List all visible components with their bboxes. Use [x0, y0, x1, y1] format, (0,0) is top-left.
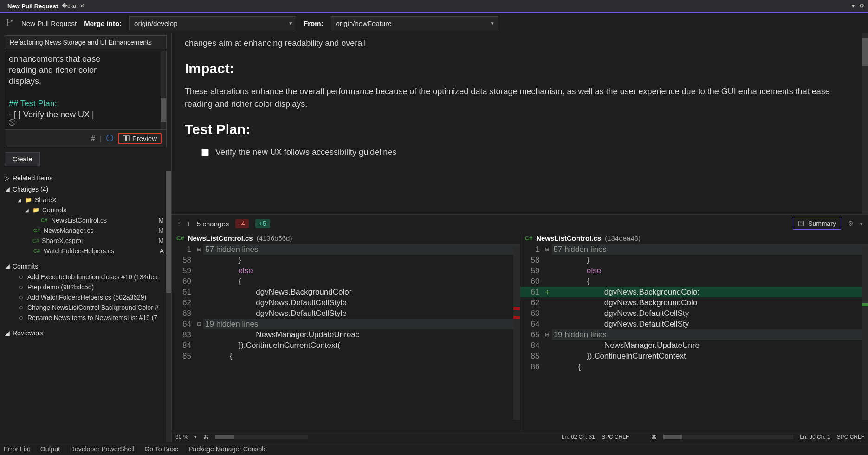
expand-icon[interactable]: ⊞ [194, 244, 203, 255]
create-button[interactable]: Create [5, 152, 40, 166]
merge-into-dropdown[interactable]: origin/develop ▼ [129, 16, 296, 30]
tree-file[interactable]: C#NewsListControl.csM [3, 215, 171, 225]
description-editor[interactable]: enhancements that ease reading and riche… [5, 51, 167, 130]
task-checkbox[interactable] [201, 149, 209, 156]
testplan-heading: Test Plan: [185, 119, 849, 140]
reviewers-section[interactable]: ◢Reviewers [3, 327, 171, 339]
code-line: 1⊞57 hidden lines [172, 244, 520, 255]
scrollbar[interactable] [862, 246, 868, 420]
tab-powershell[interactable]: Developer PowerShell [70, 445, 135, 453]
summary-icon [798, 220, 804, 227]
code-line: 60 { [520, 276, 868, 287]
preview-icon [123, 135, 130, 142]
tab-error-list[interactable]: Error List [4, 445, 30, 453]
gear-icon[interactable]: ⚙ [848, 219, 854, 228]
pr-toolbar: New Pull Request Merge into: origin/deve… [0, 13, 868, 33]
chevron-down-icon[interactable]: ▾ [852, 3, 855, 9]
csproj-icon: C# [32, 238, 39, 244]
scrollbar[interactable] [166, 171, 171, 442]
diff-pane-left: C# NewsListControl.cs (4136b56d) 1⊞57 hi… [172, 232, 520, 431]
prev-change-button[interactable]: ↑ [177, 220, 181, 227]
expand-icon[interactable]: ⊞ [194, 319, 203, 329]
commit-item[interactable]: Prep demo (982bdc5d) [3, 282, 171, 292]
close-icon[interactable]: ✕ [80, 3, 84, 9]
impact-heading: Impact: [185, 58, 849, 79]
code-line: 85 }).ContinueInCurrentContext [520, 351, 868, 361]
task-item: Verify the new UX follows accessibility … [185, 146, 849, 159]
commit-item[interactable]: Change NewsListControl Background Color … [3, 302, 171, 313]
tree-file[interactable]: C#ShareX.csprojM [3, 236, 171, 246]
tree-file[interactable]: C#NewsManager.csM [3, 225, 171, 236]
next-change-button[interactable]: ↓ [187, 220, 190, 227]
diff-statusbar: 90 % ▾ ⌘ Ln: 62 Ch: 31 SPC CRLF ⌘ Ln: 60… [172, 431, 868, 442]
commit-item[interactable]: Add ExecuteJob function closes #10 (134d… [3, 272, 171, 282]
gear-icon[interactable]: ⚙ [859, 3, 864, 9]
chevron-down-icon: ▼ [288, 21, 293, 26]
window-tab[interactable]: New Pull Request �ека ✕ [4, 0, 88, 12]
pr-title-input[interactable] [5, 35, 167, 49]
expand-icon[interactable]: ⊞ [543, 329, 552, 340]
deletions-badge: -4 [235, 219, 248, 228]
commit-dot-icon [19, 296, 23, 299]
additions-badge: +5 [255, 219, 270, 228]
tree-file[interactable]: C#WatchFoldersHelpers.csA [3, 246, 171, 256]
changes-section[interactable]: ◢Changes (4) [3, 184, 171, 195]
change-count: 5 changes [197, 220, 229, 228]
code-line: 84 NewsManager.UpdateUnre [520, 340, 868, 351]
related-items-section[interactable]: ▷Related Items [3, 173, 171, 184]
scrollbar[interactable] [862, 33, 868, 214]
tree-folder[interactable]: ◢📁Controls [3, 205, 171, 215]
tab-output[interactable]: Output [40, 445, 60, 453]
zoom-level[interactable]: 90 % [175, 434, 188, 440]
tab-pmc[interactable]: Package Manager Console [188, 445, 267, 453]
horizontal-scrollbar[interactable] [663, 435, 793, 439]
code-line: 65⊞19 hidden lines [520, 329, 868, 340]
code-line: 63 dgvNews.DefaultCellStyle [172, 308, 520, 319]
code-line: 86 { [520, 361, 868, 372]
preview-button[interactable]: Preview [118, 133, 162, 144]
code-line: 62 dgvNews.DefaultCellStyle [172, 297, 520, 308]
from-dropdown[interactable]: origin/newFeature ▼ [331, 16, 498, 30]
window-title: New Pull Request [7, 3, 58, 10]
code-line: 59 else [520, 265, 868, 276]
expand-icon[interactable]: ⊞ [543, 244, 552, 255]
svg-rect-6 [799, 221, 804, 226]
code-line: 84 }).ContinueInCurrentContext( [172, 340, 520, 351]
hash-icon[interactable]: # [91, 135, 95, 143]
code-view[interactable]: 1⊞57 hidden lines58 }59 else60 {61 dgvNe… [172, 244, 520, 431]
chevron-down-icon[interactable]: ▾ [194, 435, 197, 439]
svg-rect-4 [123, 136, 126, 141]
scrollbar[interactable] [161, 51, 166, 129]
diff-file-header: C# NewsListControl.cs (4136b56d) [172, 232, 520, 244]
code-line: 58 } [520, 255, 868, 265]
scrollbar[interactable] [513, 246, 520, 420]
tab-gotobase[interactable]: Go To Base [144, 445, 178, 453]
titlebar: New Pull Request �ека ✕ ▾ ⚙ [0, 0, 868, 13]
horizontal-scrollbar[interactable] [215, 435, 308, 439]
commit-dot-icon [19, 286, 23, 289]
copilot-icon[interactable]: ⌘ [651, 434, 657, 440]
csharp-icon: C# [176, 235, 184, 242]
right-panel: changes aim at enhancing readability and… [172, 33, 868, 442]
tree-folder[interactable]: ◢📁ShareX [3, 195, 171, 205]
info-icon[interactable]: ⓘ [106, 134, 113, 143]
left-panel: enhancements that ease reading and riche… [0, 33, 172, 442]
pin-icon[interactable]: �ека [62, 3, 76, 9]
code-line: 58 } [172, 255, 520, 265]
encoding: SPC CRLF [602, 434, 629, 440]
chevron-down-icon[interactable]: ▾ [860, 221, 862, 226]
code-line: 85 { [172, 351, 520, 361]
diff-section: ↑ ↓ 5 changes -4 +5 Summary ⚙ ▾ C# NewsL… [172, 214, 868, 442]
branch-icon[interactable] [6, 18, 14, 28]
impact-text: These alterations enhance the overall pe… [185, 85, 849, 110]
code-view[interactable]: 1⊞57 hidden lines58 }59 else60 {61 dgvNe… [520, 244, 868, 431]
merge-into-label: Merge into: [84, 19, 122, 27]
summary-button[interactable]: Summary [793, 218, 841, 230]
commit-item[interactable]: Add WatchFoldersHelpers.cs (502a3629) [3, 292, 171, 302]
commit-item[interactable]: Rename NewsItems to NewsItemsList #19 (7 [3, 313, 171, 323]
commits-section[interactable]: ◢Commits [3, 261, 171, 272]
copilot-icon[interactable]: ⌘ [203, 434, 209, 440]
code-line: 60 { [172, 276, 520, 287]
bottom-tabs: Error List Output Developer PowerShell G… [0, 442, 868, 455]
cursor-position: Ln: 62 Ch: 31 [562, 434, 595, 440]
